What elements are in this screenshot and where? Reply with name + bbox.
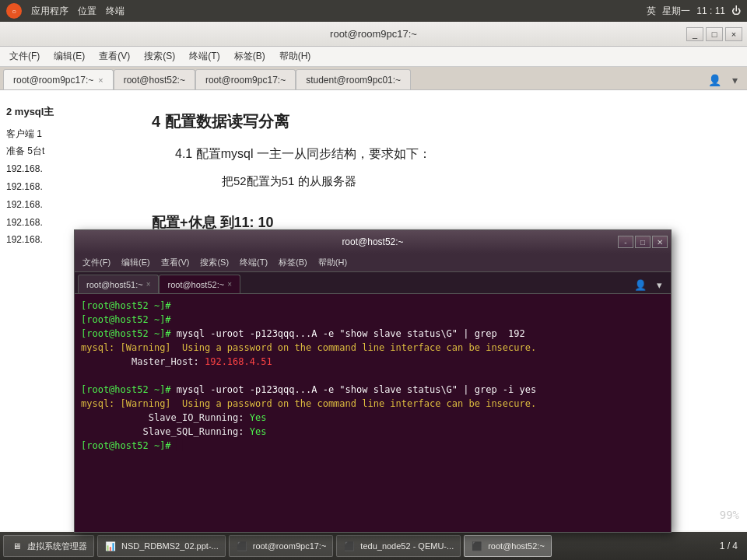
float-menubar: 文件(F) 编辑(E) 查看(V) 搜索(S) 终端(T) 标签(B) 帮助(H… [75,254,671,272]
qemu-icon: ⬛ [343,540,356,552]
ubuntu-logo: ○ [6,3,22,19]
system-bar-right: 英 星期一 11 : 11 ⏻ [647,5,741,18]
virt-manager-icon: 🖥 [10,540,23,552]
main-tabs-bar: root@room9pc17:~ × root@host52:~ root@ro… [0,67,747,90]
main-win-controls: _ □ × [686,27,742,41]
clock: 11 : 11 [696,5,725,16]
close-button[interactable]: × [725,27,742,41]
tab-actions: 👤 ▾ [705,71,747,89]
menu-tags[interactable]: 标签(B) [228,48,272,65]
taskbar-host52[interactable]: ⬛ root@host52:~ [464,535,552,557]
tab-host52[interactable]: root@host52:~ [114,69,195,89]
power-icon[interactable]: ⏻ [731,5,741,16]
main-text-content: 4 配置数据读写分离 4.1 配置mysql 一主一从同步结构，要求如下： 把5… [121,90,747,252]
terminal-line-1: [root@host52 ~]# [81,299,665,313]
tab-room9pc17-1[interactable]: root@room9pc17:~ × [3,69,114,89]
menu-help[interactable]: 帮助(H) [273,48,317,65]
left-item-2: 准备 5台t [6,142,114,160]
float-menu-tags[interactable]: 标签(B) [274,255,312,270]
menu-search[interactable]: 搜索(S) [138,48,181,65]
menu-terminal[interactable]: 终端 [106,5,124,18]
float-new-tab-button[interactable]: 👤 [632,276,649,293]
float-tab-dropdown[interactable]: ▾ [651,276,668,293]
percentage-badge: 99% [720,509,739,521]
float-menu-terminal[interactable]: 终端(T) [235,255,272,270]
main-menubar: 文件(F) 编辑(E) 查看(V) 搜索(S) 终端(T) 标签(B) 帮助(H… [0,47,747,67]
terminal-line-3: [root@host52 ~]# mysql -uroot -p123qqq..… [81,327,665,341]
main-titlebar: root@room9pc17:~ _ □ × [0,22,747,47]
left-item-4: 192.168. [6,178,114,196]
float-tab-close-2[interactable]: × [227,280,232,289]
float-terminal-window: root@host52:~ - □ ✕ 文件(F) 编辑(E) 查看(V) 搜索… [74,229,672,533]
terminal-line-9: Slave_IO_Running: Yes [81,411,665,425]
taskbar-ppt-label: NSD_RDBMS2_02.ppt-... [121,541,219,551]
taskbar-host52-label: root@host52:~ [488,541,545,551]
left-item-3: 192.168. [6,160,114,178]
heading3: 把52配置为51 的从服务器 [222,170,716,193]
float-menu-help[interactable]: 帮助(H) [314,255,352,270]
float-titlebar: root@host52:~ - □ ✕ [75,230,671,254]
left-item-5: 192.168. [6,196,114,214]
float-maximize-button[interactable]: □ [635,236,651,248]
lang-indicator: 英 [647,5,656,18]
float-menu-search[interactable]: 搜索(S) [195,255,233,270]
float-close-button[interactable]: ✕ [652,236,668,248]
float-minimize-button[interactable]: - [618,236,633,248]
taskbar-virt-manager[interactable]: 🖥 虚拟系统管理器 [3,535,94,557]
float-tab-close-1[interactable]: × [146,280,151,289]
taskbar-page-indicator: 1 / 4 [720,541,744,551]
terminal-line-6 [81,369,665,383]
taskbar-qemu-label: tedu_node52 - QEMU-... [360,541,454,551]
float-tab-host51[interactable]: root@host51:~ × [78,275,159,293]
taskbar-virt-label: 虚拟系统管理器 [27,541,87,552]
tab-student-room9pc01[interactable]: student@room9pc01:~ [296,69,411,89]
left-item-1: 客户端 1 [6,125,114,143]
main-window-title: root@room9pc17:~ [330,28,417,40]
tab-close-1[interactable]: × [98,75,103,85]
system-bar-left: ○ 应用程序 位置 终端 [6,3,124,19]
terminal-line-11: [root@host52 ~]# █ [81,439,665,453]
new-tab-button[interactable]: 👤 [705,71,724,89]
float-tab-host52[interactable]: root@host52:~ × [159,275,240,293]
taskbar-qemu[interactable]: ⬛ tedu_node52 - QEMU-... [336,535,461,557]
float-menu-view[interactable]: 查看(V) [156,255,195,270]
terminal-line-4: mysql: [Warning] Using a password on the… [81,341,665,355]
taskbar-terminal-room9-label: root@room9pc17:~ [253,541,327,551]
terminal-line-7: [root@host52 ~]# mysql -uroot -p123qqq..… [81,383,665,397]
float-win-controls: - □ ✕ [618,236,668,248]
minimize-button[interactable]: _ [686,27,703,41]
maximize-button[interactable]: □ [706,27,723,41]
taskbar: 🖥 虚拟系统管理器 📊 NSD_RDBMS2_02.ppt-... ⬛ root… [0,532,747,560]
heading1: 4 配置数据读写分离 [152,106,716,137]
host52-icon: ⬛ [471,540,483,552]
taskbar-ppt[interactable]: 📊 NSD_RDBMS2_02.ppt-... [97,535,226,557]
menu-view[interactable]: 查看(V) [93,48,136,65]
ppt-icon: 📊 [104,540,117,552]
menu-apps[interactable]: 应用程序 [31,5,68,18]
terminal-line-8: mysql: [Warning] Using a password on the… [81,397,665,411]
float-tabs-bar: root@host51:~ × root@host52:~ × 👤 ▾ [75,272,671,294]
float-tab-actions: 👤 ▾ [632,276,671,293]
tab-room9pc17-2[interactable]: root@room9pc17:~ [195,69,296,89]
system-bar: ○ 应用程序 位置 终端 英 星期一 11 : 11 ⏻ [0,0,747,22]
float-menu-edit[interactable]: 编辑(E) [117,255,155,270]
menu-location[interactable]: 位置 [78,5,96,18]
cursor: █ [177,440,182,451]
terminal-line-5: Master_Host: 192.168.4.51 [81,355,665,369]
tab-dropdown-button[interactable]: ▾ [725,71,744,89]
weekday: 星期一 [662,5,690,18]
heading2: 4.1 配置mysql 一主一从同步结构，要求如下： [175,142,716,166]
menu-terminal[interactable]: 终端(T) [183,48,226,65]
taskbar-terminal-room9[interactable]: ⬛ root@room9pc17:~ [229,535,334,557]
float-window-title: root@host52:~ [342,236,403,247]
float-menu-file[interactable]: 文件(F) [78,255,115,270]
menu-file[interactable]: 文件(F) [3,48,46,65]
terminal-line-2: [root@host52 ~]# [81,313,665,327]
left-section-label: 2 mysql主 [6,103,114,122]
terminal-body[interactable]: [root@host52 ~]# [root@host52 ~]# [root@… [75,294,671,532]
menu-edit[interactable]: 编辑(E) [47,48,91,65]
terminal-line-10: Slave_SQL_Running: Yes [81,425,665,439]
terminal-room9-icon: ⬛ [236,540,248,552]
